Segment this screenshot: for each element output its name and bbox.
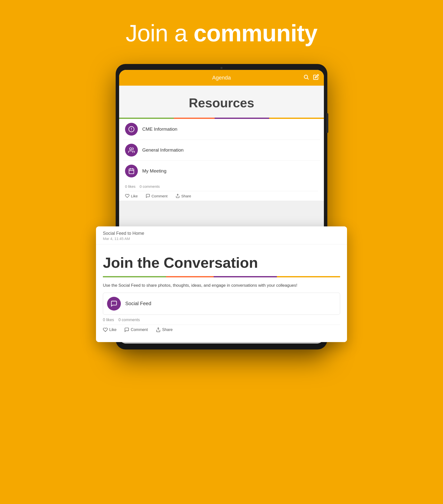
color-bar-orange (174, 118, 215, 119)
page-header: Join a community (0, 0, 443, 62)
social-feed-icon-circle (107, 297, 121, 311)
search-icon[interactable] (303, 74, 309, 81)
interaction-bar: 0 likes 0 comments Like Comment (119, 181, 324, 200)
social-card-header: Social Feed to Home Mar 4, 11:45 AM (96, 226, 347, 244)
social-color-bar-yellow (277, 276, 340, 277)
social-like-button[interactable]: Like (103, 327, 116, 332)
action-buttons: Like Comment Share (125, 191, 318, 200)
likes-comments: 0 likes 0 comments (125, 184, 318, 191)
app-header-title: Agenda (212, 74, 231, 81)
svg-line-1 (307, 78, 308, 79)
menu-item-cme[interactable]: CME Information (123, 119, 320, 140)
social-feed-to: Social Feed to Home (103, 231, 340, 236)
general-label: General Information (142, 147, 184, 153)
app-header: Agenda (119, 70, 324, 86)
meeting-icon-circle (125, 165, 138, 178)
social-feed-item-label: Social Feed (125, 301, 151, 306)
meeting-label: My Meeting (142, 168, 166, 174)
general-icon-circle (125, 144, 138, 157)
social-content-area: Join the Conversation Use the Social Fee… (96, 244, 347, 342)
color-bar (119, 118, 324, 119)
resources-title: Resources (124, 95, 319, 110)
social-interaction-bar: 0 likes 0 comments Like Comment Share (103, 315, 340, 335)
social-color-bar (103, 276, 340, 277)
svg-rect-6 (129, 169, 134, 174)
social-share-button[interactable]: Share (156, 327, 173, 332)
page-title: Join a community (0, 20, 443, 47)
menu-item-meeting[interactable]: My Meeting (123, 161, 320, 181)
edit-icon[interactable] (313, 74, 319, 81)
menu-item-general[interactable]: General Information (123, 140, 320, 161)
social-action-buttons: Like Comment Share (103, 325, 340, 335)
resources-title-area: Resources (119, 86, 324, 118)
social-comment-button[interactable]: Comment (124, 327, 148, 332)
cme-label: CME Information (142, 126, 177, 132)
social-card: Social Feed to Home Mar 4, 11:45 AM Join… (96, 226, 347, 342)
social-likes-comments: 0 likes 0 comments (103, 318, 340, 325)
like-button[interactable]: Like (125, 194, 138, 198)
color-bar-green (119, 118, 174, 119)
social-color-bar-orange (166, 276, 214, 277)
social-color-bar-green (103, 276, 166, 277)
social-color-bar-purple (214, 276, 277, 277)
comment-button[interactable]: Comment (146, 194, 167, 198)
menu-list: CME Information General Informa (119, 119, 324, 181)
social-description: Use the Social Feed to share photos, tho… (103, 282, 340, 293)
social-feed-item[interactable]: Social Feed (103, 293, 340, 315)
share-button[interactable]: Share (175, 194, 191, 198)
cme-icon-circle (125, 123, 138, 136)
svg-point-5 (129, 148, 132, 150)
app-header-icons (303, 74, 319, 81)
join-conversation-title: Join the Conversation (103, 254, 340, 271)
color-bar-yellow (269, 118, 324, 119)
social-date: Mar 4, 11:45 AM (103, 236, 340, 241)
color-bar-purple (215, 118, 269, 119)
